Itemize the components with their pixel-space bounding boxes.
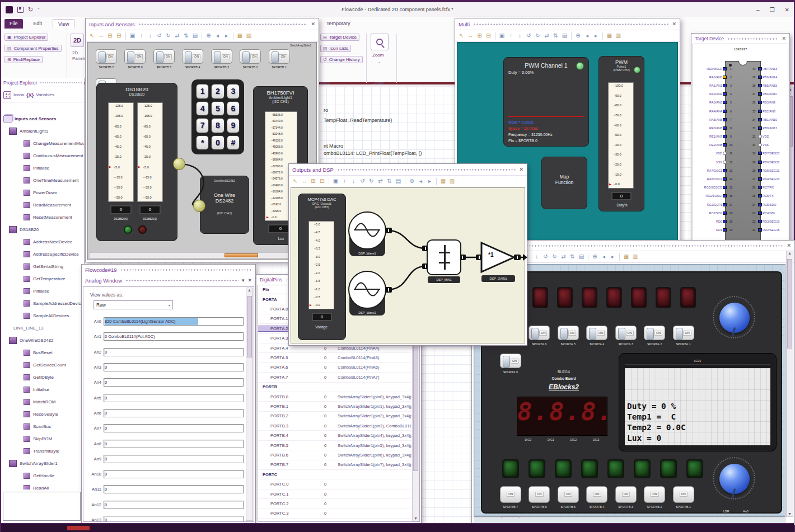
toolbar-icon[interactable]: ↔ [97, 33, 105, 39]
chip-pin[interactable]: RA2/AN2 4 [694, 90, 735, 98]
channel-value-field[interactable]: 0 [104, 394, 244, 402]
chip-pin[interactable]: RA1/AN1 3 [694, 81, 735, 90]
tree-item[interactable]: AmbientLight1 [1, 125, 84, 137]
tree-item[interactable]: OneTimeMeasurement [1, 174, 84, 186]
toolbar-icon[interactable]: ⊟ [115, 33, 123, 39]
channel-value-field[interactable]: 0 [104, 440, 244, 448]
panel-horizontal-scrollbar[interactable] [89, 252, 315, 258]
chip-pin[interactable]: RB6/AN14 39 [750, 73, 791, 81]
chip-pin[interactable]: RA4/AN4 6 [694, 107, 735, 115]
chip-pin[interactable]: RB3/AN9 36 [750, 98, 791, 107]
tab-file[interactable]: File [4, 19, 23, 29]
push-button[interactable]: ON [615, 486, 637, 503]
toggle-switch[interactable]: ON [673, 326, 694, 340]
tree-item[interactable]: SwitchArraySlider1 [1, 457, 84, 469]
toggle-switch[interactable]: ON [153, 49, 175, 64]
digital-pin-row[interactable]: PORTB.6 0 SwitchArraySlider1(pin6), keyp… [258, 450, 411, 460]
scrollbar-thumb[interactable] [225, 253, 258, 257]
ribbon-button[interactable]: ⊞ Find/Replace [4, 56, 43, 63]
channel-value-field[interactable]: 0 [104, 501, 244, 509]
digital-pin-row[interactable]: PORTA.6 0 ComboBL0114(PinA6) [258, 363, 411, 373]
toolbar-icon[interactable]: ⇄ [377, 178, 384, 184]
scrollbar-thumb[interactable] [787, 259, 792, 349]
toolbar-icon[interactable]: ↺ [156, 33, 163, 39]
keypad-key[interactable]: 6 [227, 101, 240, 116]
chip-pin[interactable]: VSS 31 [750, 141, 791, 149]
variables-icon[interactable]: {X} [26, 92, 34, 98]
toggle-switch[interactable]: ON [124, 49, 146, 64]
chip-pin[interactable]: RD5/SEG21 28 [750, 166, 791, 175]
toolbar-icon[interactable]: ↓ [516, 33, 523, 39]
toggle-switch[interactable]: ON [269, 49, 290, 64]
map-function-component[interactable]: Map Function [541, 157, 587, 209]
tree-item[interactable]: ResetMeasurement [1, 211, 84, 223]
toolbar-icon[interactable]: ◂ [600, 254, 607, 260]
tree-item[interactable]: ChangeMeasurementMode [1, 137, 84, 149]
onewire-node-icon[interactable] [193, 200, 205, 212]
tree-item[interactable]: DS18B20 [1, 223, 84, 236]
keypad-key[interactable]: 1 [196, 84, 209, 99]
toggle-switch[interactable]: ON [529, 326, 550, 340]
chip-pin[interactable]: VDD 11 [694, 149, 735, 158]
push-button[interactable]: ON [644, 486, 665, 503]
keypad-key[interactable]: 2 [211, 84, 224, 99]
tree-item[interactable]: LINK_LINE_13 [1, 322, 84, 334]
chip-pin[interactable]: RE3/MCLR 1 [694, 64, 735, 73]
scrollbar-thumb[interactable] [247, 296, 252, 357]
tab-view[interactable]: View [53, 19, 74, 29]
toggle-switch[interactable]: ON [615, 326, 637, 340]
tree-item[interactable]: Initialise [1, 383, 84, 396]
keypad-key[interactable]: # [227, 135, 240, 150]
ribbon-button[interactable]: ▤ Icon Lists [320, 45, 351, 52]
tree-item[interactable]: SampleAllDevices [1, 309, 84, 322]
digital-pin-row[interactable]: PORTC.2 0 [258, 499, 411, 509]
chip-pin[interactable]: RD0 19 [694, 217, 735, 225]
toolbar-icon[interactable]: ▦ [439, 178, 447, 184]
digital-pin-row[interactable]: PORTB.7 0 SwitchArraySlider1(pin7), keyp… [258, 460, 411, 470]
toolbar-icon[interactable]: ↑ [341, 178, 348, 184]
chip-pin[interactable]: RB2/AN8 35 [750, 107, 791, 115]
keypad-key[interactable]: 4 [196, 101, 209, 116]
toolbar-icon[interactable]: ▸ [223, 33, 230, 39]
tree-item[interactable]: Initialise [1, 285, 84, 297]
toolbar-icon[interactable]: ⇅ [183, 33, 190, 39]
toolbar-icon[interactable]: ◂ [417, 178, 424, 184]
chip-pin[interactable]: RB0/AN12 33 [750, 124, 791, 132]
digital-pin-row[interactable]: PORTC [258, 470, 411, 479]
chip-pin[interactable]: RD2/SEG18 21 [750, 226, 791, 234]
toggle-switch[interactable]: ON [558, 326, 579, 340]
chip-pin[interactable]: VDD 32 [750, 133, 791, 141]
toolbar-icon[interactable]: ⊟ [319, 178, 326, 184]
toolbar-icon[interactable]: ↑ [507, 33, 515, 39]
digital-pin-row[interactable]: PORTB.0 0 SwitchArraySlider1(pin0), keyp… [258, 392, 411, 402]
toolbar-icon[interactable]: ▣ [129, 33, 136, 39]
channel-value-field[interactable]: 0 [104, 516, 244, 521]
toggle-switch[interactable]: ON [586, 326, 607, 340]
toolbar-icon[interactable]: ↺ [542, 254, 549, 260]
channel-value-field[interactable]: 0 [104, 409, 244, 417]
toolbar-icon[interactable]: ▤ [191, 33, 199, 39]
toolbar-icon[interactable]: ⊕ [408, 178, 415, 184]
chip-pin[interactable]: VSS 12 [694, 158, 735, 166]
toolbar-icon[interactable]: ▤ [578, 254, 585, 260]
restore-button[interactable]: ❐ [770, 7, 775, 13]
chip-pin[interactable]: RC7/RX 26 [750, 183, 791, 192]
push-button[interactable]: ON [673, 486, 694, 503]
toggle-switch[interactable]: ON [240, 49, 261, 64]
zoom-text[interactable]: Zoom [372, 53, 384, 58]
pwm-channel1-component[interactable]: PWM Channel 1 Duty = 0.00% Mark = 0.00us… [503, 57, 589, 147]
channel-value-field[interactable]: 0 [104, 470, 244, 478]
chip-pin[interactable]: RB5/AN15 38 [750, 81, 791, 90]
toolbar-icon[interactable]: ▦ [236, 33, 244, 39]
panel-close-icon[interactable]: ✕ [782, 36, 786, 41]
keypad-key[interactable]: 5 [211, 101, 224, 116]
toolbar-icon[interactable]: ↖ [458, 33, 465, 39]
toolbar-icon[interactable]: ▣ [332, 178, 339, 184]
chip-pin[interactable]: RC5/SDO 24 [750, 200, 791, 209]
2d-panels-button[interactable]: 2D [71, 34, 84, 47]
channel-value-field[interactable]: 0 [104, 455, 244, 463]
chip-pin[interactable]: RC6/TX 25 [750, 192, 791, 200]
toolbar-icon[interactable]: ⇅ [386, 178, 393, 184]
chip-pin[interactable]: RD3/SEG19 22 [750, 217, 791, 225]
channel-value-field[interactable]: 0 [104, 378, 244, 387]
